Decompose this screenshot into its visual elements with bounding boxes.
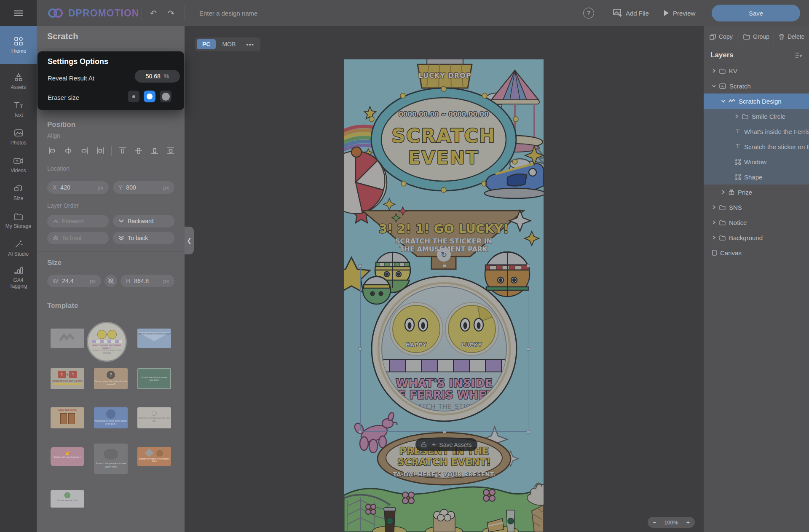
align-left-icon[interactable] [47, 146, 57, 156]
reveal-result-field[interactable]: 50.68 % [135, 70, 180, 83]
chevron-down-icon[interactable] [721, 99, 726, 103]
eraser-size-small-button[interactable] [128, 91, 139, 102]
template-thumbnail[interactable]: Scratch the pumpkin to see your Prize! [94, 444, 128, 474]
design-artwork[interactable]: LUCKY DROP 0000.00.00 ~ 0000.00.00 SCRAT… [344, 59, 544, 532]
folder-icon [719, 68, 726, 74]
panel-collapse-handle[interactable]: ❮ [185, 227, 194, 254]
backward-button[interactable]: Backward [113, 215, 174, 227]
eraser-size-label: Eraser size [48, 94, 79, 101]
template-thumbnail[interactable]: Scratch the sticker to reveal your prize… [137, 368, 171, 389]
layer-row-text-sticker[interactable]: T Scratch the sticker on the window. [704, 139, 809, 154]
template-thumbnail[interactable]: What could be hiding at the bottom of th… [94, 407, 128, 428]
location-y-field[interactable]: Y 800 px [113, 181, 174, 194]
location-x-field[interactable]: X 420 px [47, 181, 109, 194]
tab-mob[interactable]: MOB [217, 39, 241, 49]
align-bottom-icon[interactable] [150, 146, 160, 156]
delete-button[interactable]: Delete [774, 26, 809, 47]
sidebar-item-photos[interactable]: Photos [0, 123, 37, 151]
template-thumbnail[interactable]: Scratch the mat to reveal hidden Gifts! [137, 447, 171, 466]
layer-row-smile-circle[interactable]: Smile Circle [704, 109, 809, 124]
align-top-icon[interactable] [118, 146, 128, 156]
layer-row-kv[interactable]: KV [704, 63, 809, 78]
height-field[interactable]: H 864.8 px [121, 275, 174, 287]
template-thumbnail[interactable]: 1 + 1 Scratch to reveal your 1+1 offer! [51, 368, 84, 389]
eraser-size-medium-button[interactable] [144, 91, 155, 102]
layer-row-prize[interactable]: Prize [704, 184, 809, 200]
lock-icon[interactable] [419, 440, 429, 449]
sidebar-item-my-storage[interactable]: My Storage [0, 206, 37, 234]
add-file-label: Add File [626, 10, 649, 17]
forward-button[interactable]: Forward [47, 215, 109, 227]
sidebar-item-size[interactable]: Size [0, 179, 37, 206]
sidebar-item-text[interactable]: Text [0, 95, 37, 123]
folder-icon [743, 34, 750, 40]
chevron-right-icon[interactable] [712, 205, 716, 210]
template-thumbnail[interactable]: Scratch with the Coin! [51, 490, 84, 508]
transform-icon [735, 174, 741, 180]
sidebar-item-ai-studio[interactable]: AI Studio [0, 234, 37, 262]
sidebar-item-theme[interactable]: Theme [0, 26, 37, 64]
unlink-ratio-button[interactable] [104, 275, 117, 287]
more-options-icon[interactable]: ••• [242, 39, 258, 49]
layer-row-notice[interactable]: Notice [704, 215, 809, 230]
zoom-out-button[interactable]: − [653, 519, 656, 526]
layers-panel: Copy Group Delete Layers KV [704, 26, 809, 532]
app-logo: DPROMOTION [47, 0, 139, 26]
sidebar-item-assets[interactable]: Assets [0, 67, 37, 95]
zoom-level: 100% [664, 519, 678, 526]
collapse-all-icon[interactable] [795, 52, 802, 58]
help-button[interactable]: ? [583, 0, 594, 26]
layer-row-shape[interactable]: Shape [704, 169, 809, 184]
template-thumbnail[interactable]: OPEN THE DOOR! [51, 407, 84, 428]
layer-order-label: Layer Order [47, 202, 79, 209]
panel-title: Scratch [47, 32, 78, 41]
design-name-input[interactable] [199, 7, 334, 19]
save-button[interactable]: Save [712, 5, 800, 21]
chevron-right-icon[interactable] [712, 235, 716, 240]
width-field[interactable]: W 24.4 px [47, 275, 101, 287]
layer-row-window[interactable]: Window [704, 154, 809, 169]
to-front-button[interactable]: To front [47, 232, 109, 244]
align-right-icon[interactable] [79, 146, 89, 156]
template-thumbnail[interactable] [51, 329, 84, 348]
chevron-right-icon[interactable] [735, 114, 739, 119]
sidebar-item-videos[interactable]: Videos [0, 151, 37, 179]
undo-button[interactable]: ↶ [150, 0, 157, 26]
layer-row-scratch[interactable]: Scratch [704, 78, 809, 94]
sidebar-item-ga4-tagging[interactable]: GA4 Tagging [0, 262, 37, 292]
align-middle-v-icon[interactable] [134, 146, 144, 156]
save-assets-button[interactable]: + Save Assets [415, 438, 477, 451]
hamburger-menu-button[interactable] [0, 0, 37, 26]
to-back-button[interactable]: To back [113, 232, 174, 244]
layers-heading: Layers [710, 51, 734, 59]
layer-row-canvas[interactable]: Canvas [704, 245, 809, 260]
layer-row-background[interactable]: Background [704, 230, 809, 245]
template-thumbnail[interactable]: ? Can you guess the product from its sha… [94, 368, 128, 389]
chevron-right-icon[interactable] [712, 220, 716, 225]
template-thumbnail-selected[interactable]: WHAT'S INSIDE THE FERRIS WHEEL? SCRATCH … [87, 322, 127, 362]
zoom-in-button[interactable]: + [686, 519, 690, 526]
distribute-h-icon[interactable] [95, 146, 105, 156]
template-thumbnail[interactable]: Open the envelope to reveal your prize! [137, 329, 171, 348]
distribute-v-icon[interactable] [166, 146, 176, 156]
copy-button[interactable]: Copy [704, 26, 739, 47]
redo-button[interactable]: ↷ [168, 0, 174, 26]
eraser-size-large-button[interactable] [160, 91, 171, 102]
transform-icon [735, 159, 741, 165]
rotate-handle-icon[interactable]: ↻ [437, 248, 451, 262]
preview-button[interactable]: Preview [663, 0, 695, 26]
chevron-right-icon[interactable] [721, 190, 725, 195]
layer-row-scratch-design[interactable]: Scratch Design [704, 94, 809, 109]
group-button[interactable]: Group [739, 26, 774, 47]
add-file-button[interactable]: Add File [613, 0, 649, 26]
template-thumbnail[interactable]: Open the envelope to reveal your gift! [137, 407, 171, 428]
align-center-h-icon[interactable] [63, 146, 73, 156]
layer-row-text-ferris[interactable]: T What's inside the Ferris Wheel? [704, 124, 809, 139]
svg-text:LUCKY DROP: LUCKY DROP [419, 72, 471, 80]
tab-pc[interactable]: PC [197, 39, 216, 49]
canvas-region: PC MOB ••• [185, 26, 704, 532]
template-thumbnail[interactable]: ☝ Scratch with your fingertips~! [51, 447, 84, 466]
chevron-right-icon[interactable] [712, 68, 716, 73]
layer-row-sns[interactable]: SNS [704, 200, 809, 215]
chevron-down-icon[interactable] [712, 84, 717, 88]
